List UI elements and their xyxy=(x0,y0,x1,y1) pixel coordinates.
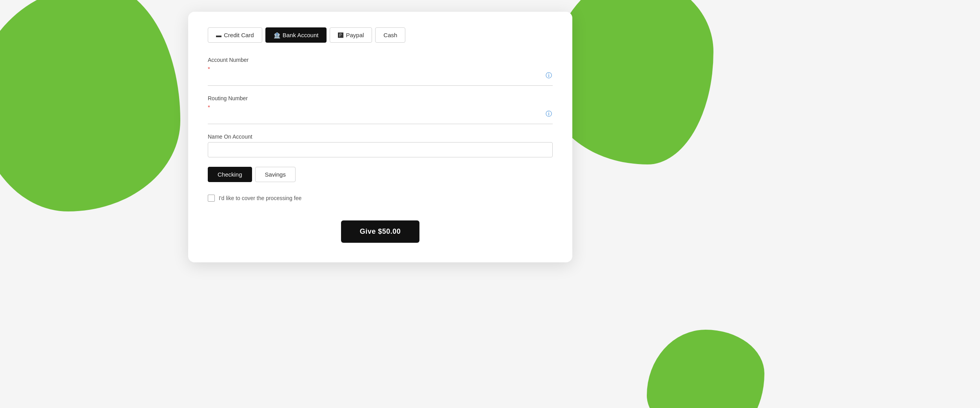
processing-fee-row: I'd like to cover the processing fee xyxy=(208,195,553,202)
tab-paypal-label: Paypal xyxy=(346,32,364,38)
savings-button[interactable]: Savings xyxy=(255,167,296,182)
payment-card: ▬ Credit Card 🏦 Bank Account 🅿 Paypal Ca… xyxy=(188,12,572,262)
account-number-group: Account Number * ⓘ xyxy=(208,57,553,86)
bank-icon: 🏦 xyxy=(274,32,280,38)
tab-paypal[interactable]: 🅿 Paypal xyxy=(330,27,372,43)
account-number-required: * xyxy=(208,65,210,72)
account-number-wrapper: * ⓘ xyxy=(208,65,553,86)
payment-tabs: ▬ Credit Card 🏦 Bank Account 🅿 Paypal Ca… xyxy=(208,27,553,43)
processing-fee-checkbox[interactable] xyxy=(208,195,215,202)
blob-left-decoration xyxy=(0,0,180,211)
tab-bank-account-label: Bank Account xyxy=(283,32,319,38)
account-type-group: Checking Savings xyxy=(208,167,553,182)
name-on-account-group: Name On Account xyxy=(208,134,553,157)
submit-row: Give $50.00 xyxy=(208,220,553,243)
routing-number-input[interactable] xyxy=(208,111,553,124)
give-button[interactable]: Give $50.00 xyxy=(341,220,420,243)
routing-number-info-icon[interactable]: ⓘ xyxy=(545,110,553,118)
name-on-account-label: Name On Account xyxy=(208,134,553,140)
tab-credit-card[interactable]: ▬ Credit Card xyxy=(208,27,262,43)
credit-card-icon: ▬ xyxy=(216,32,221,38)
tab-cash[interactable]: Cash xyxy=(375,27,405,43)
tab-credit-card-label: Credit Card xyxy=(224,32,254,38)
name-on-account-input[interactable] xyxy=(208,142,553,157)
tab-cash-label: Cash xyxy=(383,32,397,38)
routing-number-wrapper: * ⓘ xyxy=(208,104,553,124)
routing-number-label: Routing Number xyxy=(208,95,553,101)
blob-right-decoration xyxy=(549,0,713,164)
processing-fee-label: I'd like to cover the processing fee xyxy=(219,195,301,201)
blob-bottom-right-decoration xyxy=(647,330,764,408)
routing-number-group: Routing Number * ⓘ xyxy=(208,95,553,124)
account-number-info-icon[interactable]: ⓘ xyxy=(545,72,553,79)
paypal-icon: 🅿 xyxy=(338,32,343,38)
tab-bank-account[interactable]: 🏦 Bank Account xyxy=(265,27,327,43)
account-number-label: Account Number xyxy=(208,57,553,63)
account-number-input[interactable] xyxy=(208,72,553,86)
checking-button[interactable]: Checking xyxy=(208,167,252,182)
routing-number-required: * xyxy=(208,104,210,110)
